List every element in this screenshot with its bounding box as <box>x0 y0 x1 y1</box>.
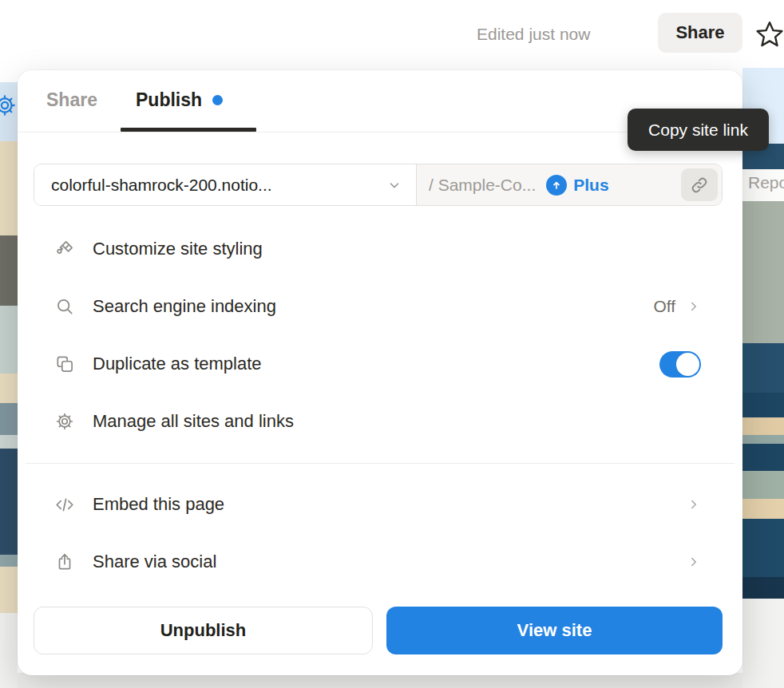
tab-share[interactable]: Share <box>46 89 97 111</box>
section-divider <box>26 463 735 464</box>
background-artwork-right <box>742 0 784 688</box>
search-icon <box>54 296 75 317</box>
chevron-right-icon <box>687 555 701 569</box>
chevron-down-icon <box>387 178 402 192</box>
domain-text: colorful-shamrock-200.notio... <box>51 176 272 195</box>
screenshot-canvas: Repo Edited just now Share Share Publish… <box>0 0 784 688</box>
menu-item-label: Manage all sites and links <box>93 411 294 432</box>
background-partial-text: Repo <box>748 173 784 197</box>
publish-popover: Share Publish colorful-shamrock-200.noti… <box>18 70 742 675</box>
domain-select[interactable]: colorful-shamrock-200.notio... <box>34 164 416 205</box>
indexing-off-value: Off <box>653 297 675 316</box>
share-upload-icon <box>54 552 75 572</box>
menu-item-manage-sites[interactable]: Manage all sites and links <box>34 393 723 450</box>
menu-item-search-indexing[interactable]: Search engine indexing Off <box>34 278 723 335</box>
tab-publish-label: Publish <box>136 89 202 111</box>
duplicate-toggle-on[interactable] <box>659 351 701 378</box>
popover-footer: Unpublish View site <box>34 607 723 654</box>
menu-item-customize-styling[interactable]: Customize site styling <box>34 220 723 278</box>
menu-item-embed-page[interactable]: Embed this page <box>34 476 723 533</box>
menu-item-label: Duplicate as template <box>93 354 262 374</box>
path-field[interactable]: / Sample-Co... Plus <box>416 164 722 205</box>
menu-item-label: Embed this page <box>93 494 224 515</box>
copy-link-button[interactable] <box>681 168 718 201</box>
plus-upgrade-badge[interactable]: Plus <box>546 175 608 196</box>
menu-item-share-social[interactable]: Share via social <box>34 533 723 591</box>
view-site-button[interactable]: View site <box>386 607 723 654</box>
upgrade-arrow-icon <box>546 175 567 196</box>
tab-publish[interactable]: Publish <box>136 89 223 111</box>
menu-item-label: Customize site styling <box>93 239 263 259</box>
gear-icon <box>54 411 75 432</box>
code-icon <box>54 494 75 515</box>
copy-site-link-tooltip: Copy site link <box>628 109 769 151</box>
edited-status: Edited just now <box>477 25 590 44</box>
duplicate-icon <box>54 354 75 374</box>
site-url-row: colorful-shamrock-200.notio... / Sample-… <box>34 164 723 206</box>
chevron-right-icon <box>687 497 701 512</box>
menu-item-label: Search engine indexing <box>93 296 276 317</box>
plus-label: Plus <box>573 176 608 195</box>
paintbrush-icon <box>54 239 75 259</box>
chevron-right-icon <box>687 299 701 314</box>
link-icon <box>690 176 709 195</box>
indexing-value: Off <box>653 297 701 316</box>
menu-item-duplicate-template[interactable]: Duplicate as template <box>34 335 723 393</box>
publish-status-dot <box>212 95 223 105</box>
favorite-star-icon[interactable] <box>754 19 784 49</box>
menu-item-label: Share via social <box>93 552 216 572</box>
publish-menu: Customize site styling Search engine ind… <box>34 220 723 450</box>
links-section: Embed this page Share via social <box>34 476 723 591</box>
path-placeholder: / Sample-Co... <box>429 176 536 195</box>
unpublish-button[interactable]: Unpublish <box>34 607 373 654</box>
toggle-knob <box>676 353 699 376</box>
share-button[interactable]: Share <box>658 13 742 53</box>
settings-gear-icon[interactable] <box>0 93 18 118</box>
